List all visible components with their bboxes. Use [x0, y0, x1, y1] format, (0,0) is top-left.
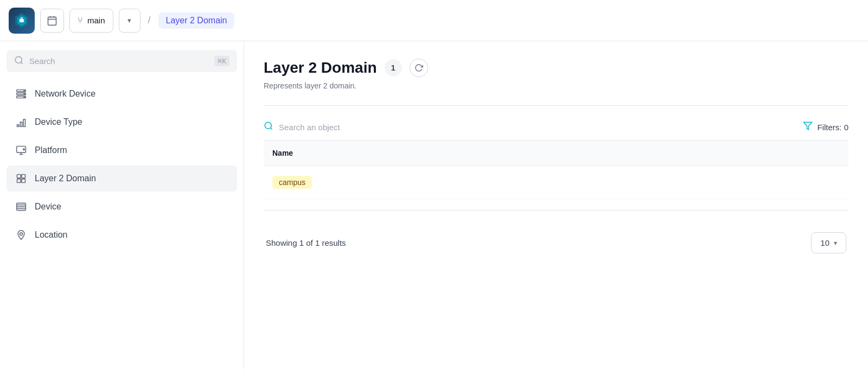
svg-marker-34 [804, 122, 812, 130]
device-icon [15, 201, 27, 212]
filter-label: Filters: 0 [817, 123, 848, 132]
sidebar-item-device-type[interactable]: Device Type [7, 109, 237, 135]
svg-rect-3 [21, 17, 23, 20]
sidebar-item-device-label: Device [35, 202, 61, 212]
per-page-select[interactable]: 10 ▾ [811, 232, 846, 253]
app-logo[interactable] [9, 8, 35, 34]
per-page-dropdown-icon: ▾ [834, 239, 837, 247]
filter-button[interactable]: Filters: 0 [803, 121, 848, 133]
content-header: Layer 2 Domain 1 [264, 59, 848, 77]
svg-point-32 [265, 122, 271, 129]
layer2-domain-icon [15, 173, 27, 184]
platform-icon [15, 145, 27, 156]
svg-rect-26 [22, 179, 25, 183]
branch-dropdown-button[interactable]: ▾ [119, 9, 141, 33]
pagination-row: Showing 1 of 1 results 10 ▾ [264, 221, 848, 264]
svg-point-15 [24, 97, 25, 98]
content-title: Layer 2 Domain [264, 59, 377, 77]
object-search-icon [264, 121, 273, 133]
main-layout: Search ⌘K Network Device [0, 41, 868, 369]
branch-name: main [87, 16, 105, 25]
location-icon [15, 230, 27, 240]
svg-line-9 [21, 62, 22, 63]
per-page-value: 10 [820, 238, 829, 247]
count-badge: 1 [385, 59, 402, 77]
branch-icon: ⑂ [78, 16, 83, 26]
svg-rect-18 [23, 119, 25, 126]
breadcrumb-separator: / [148, 15, 151, 26]
svg-line-33 [270, 128, 272, 129]
sidebar: Search ⌘K Network Device [0, 41, 244, 369]
sidebar-item-layer2-domain[interactable]: Layer 2 Domain [7, 166, 237, 192]
sidebar-item-network-device-label: Network Device [35, 89, 95, 99]
content-description: Represents layer 2 domain. [264, 81, 848, 90]
search-filter-row: Search an object Filters: 0 [264, 117, 848, 138]
svg-point-31 [20, 233, 23, 236]
campus-badge: campus [272, 176, 312, 189]
svg-rect-23 [17, 175, 21, 179]
branch-selector[interactable]: ⑂ main [69, 9, 113, 33]
topbar: ⑂ main ▾ / Layer 2 Domain [0, 0, 868, 41]
filter-icon [803, 121, 813, 133]
refresh-button[interactable] [410, 59, 428, 77]
svg-rect-16 [17, 125, 19, 126]
svg-rect-17 [20, 122, 22, 126]
network-device-icon [15, 88, 27, 99]
sidebar-item-device[interactable]: Device [7, 194, 237, 220]
divider-1 [264, 105, 848, 106]
svg-rect-4 [48, 17, 56, 25]
calendar-button[interactable] [40, 9, 64, 33]
table-header: Name [264, 140, 848, 166]
object-search[interactable]: Search an object [264, 121, 792, 133]
svg-point-14 [24, 93, 25, 94]
sidebar-search-label: Search [29, 56, 55, 66]
svg-point-13 [24, 90, 25, 91]
sidebar-item-location[interactable]: Location [7, 222, 237, 248]
column-name: Name [272, 149, 293, 157]
content-area: Layer 2 Domain 1 Represents layer 2 doma… [244, 41, 868, 369]
object-search-placeholder: Search an object [279, 123, 340, 132]
divider-2 [264, 210, 848, 211]
sidebar-item-location-label: Location [35, 230, 68, 240]
sidebar-item-platform[interactable]: Platform [7, 137, 237, 163]
sidebar-item-device-type-label: Device Type [35, 117, 82, 127]
device-type-icon [15, 117, 27, 128]
pagination-text: Showing 1 of 1 results [266, 238, 346, 247]
table-row[interactable]: campus [264, 166, 848, 199]
sidebar-item-network-device[interactable]: Network Device [7, 81, 237, 107]
svg-rect-24 [22, 175, 25, 179]
svg-rect-25 [17, 179, 21, 183]
search-icon [14, 55, 24, 67]
sidebar-item-layer2-domain-label: Layer 2 Domain [35, 174, 96, 183]
search-shortcut: ⌘K [214, 56, 229, 66]
sidebar-item-platform-label: Platform [35, 145, 67, 155]
svg-point-8 [15, 56, 22, 63]
breadcrumb-current[interactable]: Layer 2 Domain [158, 12, 235, 29]
svg-point-22 [23, 149, 25, 150]
sidebar-search[interactable]: Search ⌘K [7, 50, 237, 72]
